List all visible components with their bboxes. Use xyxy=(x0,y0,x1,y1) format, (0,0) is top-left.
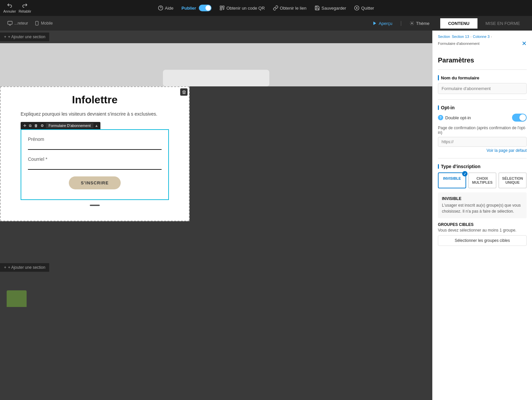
breadcrumb-section[interactable]: Section Section 13 xyxy=(438,35,469,39)
sauvegarder-link[interactable]: Sauvegarder xyxy=(315,5,346,11)
divider3 xyxy=(438,158,527,158)
below-section xyxy=(0,221,432,261)
nom-formulaire-input[interactable] xyxy=(438,83,527,94)
publish-toggle[interactable] xyxy=(199,5,211,11)
subscribe-button[interactable]: S'INSCRIRE xyxy=(69,176,121,189)
voir-page-link[interactable]: Voir la page par défaut xyxy=(438,148,527,153)
divider2 xyxy=(438,99,527,100)
type-inscription-section: Type d'inscription ✓ INVISIBLE CHOIX MUL… xyxy=(438,164,527,246)
selection-unique-option[interactable]: SÉLECTION UNIQUE xyxy=(498,172,527,188)
top-bar: Annuler Rétablir Aide Publier Obtenir un… xyxy=(0,0,532,16)
canvas-area: ++ Ajouter une section Infolettre xyxy=(0,31,432,400)
invisible-check: ✓ xyxy=(462,171,467,176)
form-box: Prénom Courriel * S'INSCRIRE xyxy=(21,129,169,200)
canvas-section: Infolettre Expliquez pourquoi les visite… xyxy=(0,43,432,261)
panel-body: Paramètres Nom du formulaire Opt-in ? Do… xyxy=(433,51,532,255)
content-section: Infolettre Expliquez pourquoi les visite… xyxy=(0,86,190,221)
canvas-outer: ++ Ajouter une section Infolettre xyxy=(0,31,432,400)
double-optin-row: ? Double opt-in xyxy=(438,114,527,122)
top-bar-left: Annuler Rétablir xyxy=(0,3,31,13)
info-box-title: INVISIBLE xyxy=(442,196,523,201)
breadcrumb-sep2: › xyxy=(491,35,492,39)
infolettre-title: Infolettre xyxy=(21,94,169,106)
contenu-tab[interactable]: CONTENU xyxy=(440,18,477,29)
selectionner-groupes-button[interactable]: Sélectionner les groupes cibles xyxy=(438,235,527,246)
svg-marker-13 xyxy=(373,22,376,25)
confirmation-label: Page de confirmation (après confirmation… xyxy=(438,126,527,135)
publish-control: Publier xyxy=(182,5,211,11)
form-bottom-handle xyxy=(21,201,169,207)
parametres-title: Paramètres xyxy=(438,56,527,64)
prenom-field: Prénom xyxy=(28,137,162,150)
theme-btn[interactable]: Thème xyxy=(410,21,429,26)
add-section-bottom[interactable]: ++ Ajouter une section xyxy=(0,263,49,272)
breadcrumb-sep1: › xyxy=(470,35,471,39)
nom-formulaire-section: Nom du formulaire xyxy=(438,75,527,94)
optin-title: Opt-in xyxy=(438,105,527,110)
add-section-top[interactable]: ++ Ajouter une section xyxy=(0,33,49,41)
optin-section: Opt-in ? Double opt-in Page de confirmat… xyxy=(438,105,527,153)
double-optin-toggle[interactable] xyxy=(512,114,527,122)
footer-logo xyxy=(7,290,27,307)
widget-toolbar[interactable]: ✛ ⧉ 🗑 ⚙ Formulaire D'abonnement ▲ xyxy=(21,122,100,129)
mise-en-forme-tab[interactable]: MISE EN FORME xyxy=(477,18,528,29)
aide-link[interactable]: Aide xyxy=(158,5,174,11)
qr-link[interactable]: Obtenir un code QR xyxy=(219,5,265,11)
drag-icon[interactable]: ✛ xyxy=(23,124,27,128)
choix-multiples-option[interactable]: CHOIX MULTIPLES xyxy=(468,172,496,188)
secondary-bar: ...reteur Mobile Aperçu | Thème CONTENU … xyxy=(0,16,532,31)
trash-icon[interactable]: 🗑 xyxy=(34,124,39,128)
groupes-label: GROUPES CIBLES xyxy=(438,222,527,227)
prev-section-inner xyxy=(163,70,269,86)
svg-rect-8 xyxy=(8,21,12,24)
top-bar-center: Aide Publier Obtenir un code QR Obtenir … xyxy=(158,5,374,11)
invisible-option[interactable]: ✓ INVISIBLE xyxy=(438,172,466,188)
nom-formulaire-label: Nom du formulaire xyxy=(438,75,527,80)
close-panel-button[interactable]: ✕ xyxy=(522,40,527,47)
confirmation-url-input[interactable] xyxy=(438,137,527,147)
help-icon[interactable]: ? xyxy=(438,115,443,120)
lien-link[interactable]: Obtenir le lien xyxy=(273,5,307,11)
prenom-label: Prénom xyxy=(28,137,162,142)
widget-name-label: Formulaire D'abonnement xyxy=(46,123,93,128)
main-layout: ++ Ajouter une section Infolettre xyxy=(0,31,532,400)
right-actions: Aperçu | Thème CONTENU MISE EN FORME xyxy=(372,18,528,29)
settings-icon[interactable]: ⚙ xyxy=(40,124,45,128)
quitter-link[interactable]: Quitter xyxy=(354,5,374,11)
desktop-label: ...reteur xyxy=(14,21,28,26)
type-options-row: ✓ INVISIBLE CHOIX MULTIPLES SÉLECTION UN… xyxy=(438,172,527,188)
info-box-text: L'usager est inscrit au(x) groupe(s) que… xyxy=(442,202,523,214)
breadcrumb-current: Formulaire d'abonnement xyxy=(438,42,479,46)
courriel-line[interactable] xyxy=(28,163,162,170)
svg-rect-3 xyxy=(222,6,224,8)
panel-tabs-top: CONTENU MISE EN FORME xyxy=(440,18,528,29)
publier-label: Publier xyxy=(182,6,196,11)
retablir-button[interactable]: Rétablir xyxy=(19,3,31,13)
annuler-button[interactable]: Annuler xyxy=(3,3,16,13)
bottom-area xyxy=(0,274,432,307)
prenom-line[interactable] xyxy=(28,143,162,150)
prev-section xyxy=(0,43,432,86)
divider1 xyxy=(438,69,527,70)
svg-point-14 xyxy=(411,23,413,24)
svg-rect-2 xyxy=(220,6,222,8)
chevron-icon[interactable]: ▲ xyxy=(95,124,98,128)
groupes-sub: Vous devez sélectionner au moins 1 group… xyxy=(438,228,527,233)
resize-handle[interactable] xyxy=(90,205,100,206)
delete-icon[interactable] xyxy=(180,88,188,96)
desktop-btn[interactable]: ...reteur xyxy=(4,19,31,27)
breadcrumb-colonne[interactable]: Colonne 3 xyxy=(473,35,489,39)
apercu-btn[interactable]: Aperçu xyxy=(372,21,392,26)
info-box: INVISIBLE L'usager est inscrit au(x) gro… xyxy=(438,192,527,218)
copy-icon[interactable]: ⧉ xyxy=(28,124,32,128)
double-optin-label: ? Double opt-in xyxy=(438,115,471,120)
infolettre-desc: Expliquez pourquoi les visiteurs devraie… xyxy=(21,111,169,117)
type-inscription-title: Type d'inscription xyxy=(438,164,527,169)
breadcrumb-row: Section Section 13 › Colonne 3 › Formula… xyxy=(433,31,532,47)
courriel-field: Courriel * xyxy=(28,156,162,170)
svg-rect-4 xyxy=(220,8,222,10)
courriel-label: Courriel * xyxy=(28,156,162,162)
form-widget-area: Infolettre Expliquez pourquoi les visite… xyxy=(1,87,189,221)
right-panel: Section Section 13 › Colonne 3 › Formula… xyxy=(432,31,532,400)
mobile-btn[interactable]: Mobile xyxy=(31,20,56,27)
